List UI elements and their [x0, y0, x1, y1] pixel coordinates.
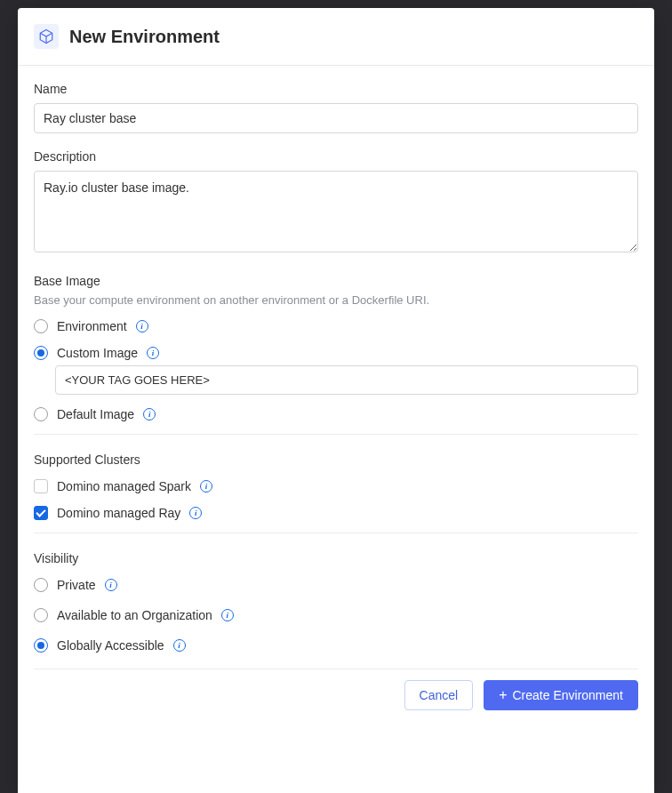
radio-default-image-control[interactable] — [34, 407, 48, 421]
name-label: Name — [34, 82, 638, 96]
checkbox-spark-label: Domino managed Spark — [57, 479, 191, 493]
info-icon[interactable]: i — [136, 320, 148, 332]
info-icon[interactable]: i — [221, 609, 234, 621]
radio-custom-image-label: Custom Image — [57, 346, 138, 360]
base-image-label: Base Image — [34, 274, 638, 288]
radio-environment-control[interactable] — [34, 319, 48, 333]
radio-organization-label: Available to an Organization — [57, 608, 212, 622]
info-icon[interactable]: i — [147, 347, 159, 359]
checkbox-ray[interactable]: Domino managed Ray i — [34, 506, 638, 520]
checkbox-spark[interactable]: Domino managed Spark i — [34, 479, 638, 493]
radio-private-label: Private — [57, 578, 96, 592]
divider — [34, 533, 638, 533]
radio-custom-image-control[interactable] — [34, 346, 48, 360]
info-icon[interactable]: i — [105, 579, 117, 591]
radio-environment[interactable]: Environment i — [34, 319, 638, 333]
cancel-button[interactable]: Cancel — [404, 680, 474, 710]
create-button-label: Create Environment — [512, 688, 623, 702]
visibility-label: Visibility — [34, 551, 638, 565]
radio-default-image[interactable]: Default Image i — [34, 407, 638, 421]
description-label: Description — [34, 149, 638, 164]
radio-private-control[interactable] — [34, 578, 48, 592]
name-input[interactable] — [34, 103, 638, 133]
radio-custom-image[interactable]: Custom Image i — [34, 346, 638, 360]
plus-icon: + — [499, 688, 507, 702]
description-textarea[interactable]: Ray.io cluster base image. — [34, 171, 638, 252]
create-environment-button[interactable]: + Create Environment — [484, 680, 638, 710]
radio-default-image-label: Default Image — [57, 407, 134, 421]
radio-global[interactable]: Globally Accessible i — [34, 638, 638, 653]
checkbox-ray-label: Domino managed Ray — [57, 506, 180, 520]
modal-footer: Cancel + Create Environment — [34, 669, 638, 723]
radio-organization[interactable]: Available to an Organization i — [34, 608, 638, 622]
cube-icon — [34, 24, 59, 49]
info-icon[interactable]: i — [173, 639, 186, 652]
radio-private[interactable]: Private i — [34, 578, 638, 592]
radio-global-label: Globally Accessible — [57, 638, 164, 653]
radio-environment-label: Environment — [57, 319, 127, 333]
checkbox-spark-control[interactable] — [34, 479, 48, 493]
radio-organization-control[interactable] — [34, 608, 48, 622]
divider — [34, 434, 638, 435]
modal-title: New Environment — [69, 27, 220, 47]
radio-global-control[interactable] — [34, 638, 48, 653]
base-image-help: Base your compute environment on another… — [34, 293, 638, 307]
info-icon[interactable]: i — [189, 507, 202, 519]
checkbox-ray-control[interactable] — [34, 506, 48, 520]
modal-body: Name Description Ray.io cluster base ima… — [18, 66, 654, 793]
new-environment-modal: New Environment Name Description Ray.io … — [18, 8, 654, 793]
supported-clusters-label: Supported Clusters — [34, 453, 638, 467]
custom-image-input-wrap — [34, 365, 638, 395]
custom-image-input[interactable] — [55, 365, 638, 395]
modal-header: New Environment — [18, 8, 654, 66]
info-icon[interactable]: i — [143, 408, 156, 421]
info-icon[interactable]: i — [200, 480, 212, 493]
